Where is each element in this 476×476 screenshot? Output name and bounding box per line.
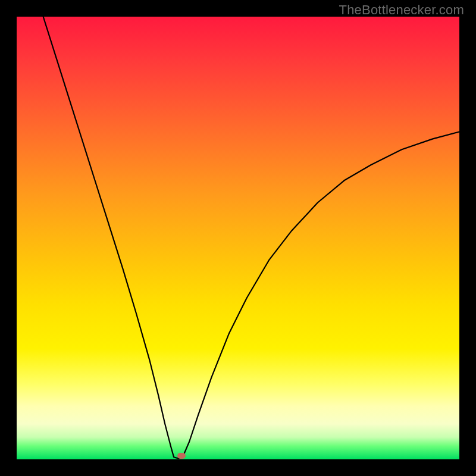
- plot-gradient-background: [17, 17, 459, 459]
- optimum-marker: [177, 453, 186, 459]
- frame: TheBottlenecker.com: [0, 0, 476, 476]
- watermark-text: TheBottlenecker.com: [339, 2, 464, 18]
